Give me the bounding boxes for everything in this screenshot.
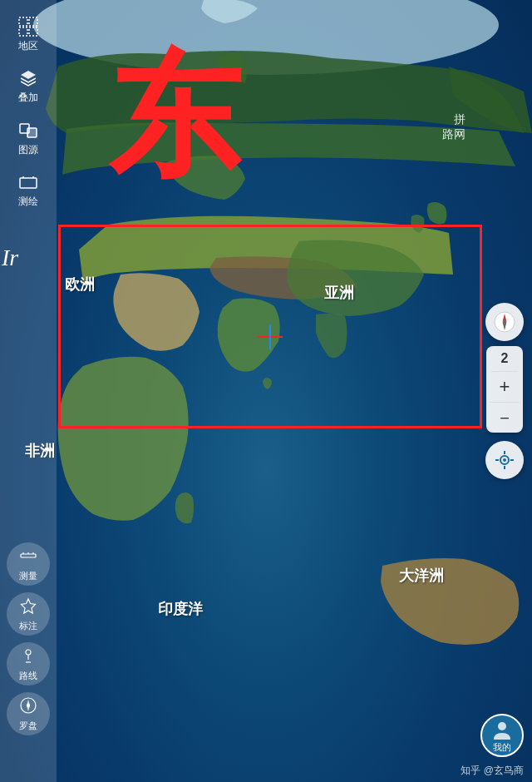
region-label: 地区 [18, 40, 38, 52]
europe-label: 欧洲 [65, 275, 95, 294]
sidebar-item-overlay[interactable]: 叠加 [3, 60, 53, 110]
crosshair-vertical [269, 324, 271, 349]
region-icon [17, 15, 40, 38]
source-label: 图源 [18, 144, 38, 156]
zoom-in-button[interactable]: + [486, 372, 523, 402]
sidebar-bottom: 测量 标注 路线 [0, 542, 57, 740]
map-container: 东 欧洲 亚洲 非洲 大洋洲 印度洋 拼路网 Ir 地区 [0, 0, 532, 782]
my-location-button[interactable] [485, 441, 524, 479]
oceania-label: 大洋洲 [399, 566, 444, 586]
mark-button[interactable]: 标注 [7, 592, 50, 636]
sidebar-item-survey[interactable]: 测绘 [3, 164, 53, 214]
right-controls: 2 + － [485, 303, 524, 479]
zoom-out-button[interactable]: － [486, 403, 523, 433]
source-icon [17, 119, 40, 142]
zoom-level: 2 [491, 346, 519, 372]
svg-marker-14 [22, 599, 36, 613]
overlay-icon [17, 67, 40, 90]
svg-rect-6 [27, 128, 37, 137]
svg-point-31 [498, 722, 506, 730]
svg-point-20 [27, 704, 30, 707]
mark-label: 标注 [19, 620, 37, 632]
my-label: 我的 [493, 741, 511, 754]
sidebar-item-source[interactable]: 图源 [3, 112, 53, 162]
route-label: 路线 [19, 670, 37, 682]
bottom-bar: 知乎 @玄鸟商 [366, 759, 532, 782]
svg-rect-3 [19, 27, 27, 36]
zoom-controls: 2 + － [486, 346, 523, 433]
east-overlay-text: 东 [108, 50, 241, 183]
svg-rect-1 [19, 17, 27, 26]
sidebar-item-region[interactable]: 地区 [3, 8, 53, 58]
route-button[interactable]: 路线 [7, 642, 50, 685]
measure-button[interactable]: 测量 [7, 542, 50, 586]
mark-icon [19, 596, 37, 619]
asia-label: 亚洲 [324, 283, 354, 303]
road-network-label: 拼路网 [442, 112, 466, 142]
overlay-label: 叠加 [18, 92, 38, 103]
my-profile-button[interactable]: 我的 [480, 714, 524, 757]
compass-north-button[interactable] [485, 303, 524, 341]
measure-label: 测量 [19, 570, 37, 582]
measure-icon [19, 547, 37, 569]
svg-point-15 [26, 650, 31, 655]
svg-rect-2 [29, 17, 37, 26]
svg-point-30 [503, 458, 506, 462]
credit-text: 知乎 @玄鸟商 [461, 764, 524, 778]
crosshair [258, 324, 283, 349]
indian-ocean-label: 印度洋 [158, 599, 203, 619]
svg-rect-10 [21, 554, 36, 557]
survey-icon [17, 171, 40, 194]
compass-button[interactable]: 罗盘 [7, 692, 50, 735]
compass-map-icon [19, 696, 37, 719]
survey-label: 测绘 [18, 196, 38, 207]
svg-point-24 [503, 320, 506, 324]
svg-rect-4 [29, 27, 37, 36]
compass-label: 罗盘 [19, 720, 37, 732]
route-icon [19, 646, 37, 669]
svg-rect-7 [20, 178, 37, 188]
